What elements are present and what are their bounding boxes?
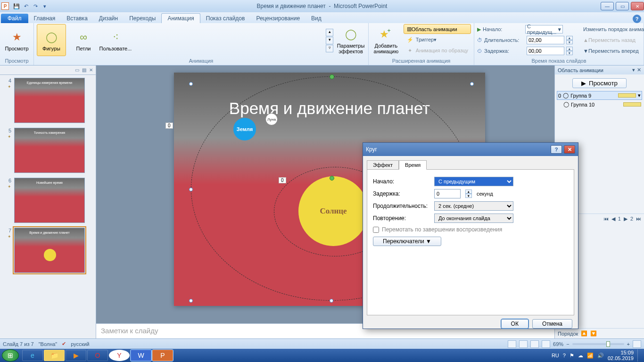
tab-slideshow[interactable]: Показ слайдов (200, 14, 251, 23)
redo-icon[interactable]: ↷ (31, 2, 40, 10)
anim-tag[interactable]: 0 (279, 177, 286, 183)
path-arrow-icon[interactable] (330, 176, 334, 181)
dlg-duration-select[interactable]: 2 сек. (средне) (434, 201, 513, 211)
tab-animation[interactable]: Анимация (161, 13, 200, 23)
tray-lang[interactable]: RU (552, 353, 559, 358)
timeline-bar[interactable] (618, 93, 636, 98)
task-opera[interactable]: O (87, 350, 108, 361)
nav-prev-icon[interactable]: ◀ (611, 216, 615, 222)
slide-thumb-4[interactable]: Единицы измерения времени (14, 78, 85, 123)
qat-customize-icon[interactable]: ▾ (41, 2, 49, 10)
gallery-up-icon[interactable]: ▴ (326, 29, 333, 36)
dialog-tab-effect[interactable]: Эффект (367, 160, 399, 170)
tray-help-icon[interactable]: ? (563, 353, 566, 358)
outline-tab-icon[interactable]: ▭ (75, 67, 79, 73)
anim-item-1[interactable]: ◯ Группа 10 (557, 100, 642, 109)
anim-pane-close-icon[interactable]: ✕ (637, 67, 641, 73)
timing-start-combo[interactable]: С предыдущ...▾ (525, 25, 563, 33)
effect-custom[interactable]: ⁖ Пользовате... (101, 24, 130, 56)
reading-view-icon[interactable] (530, 340, 539, 348)
tab-insert[interactable]: Вставка (61, 14, 93, 23)
anim-pane-play-button[interactable]: ▶ Просмотр (572, 78, 627, 88)
dialog-tab-timing[interactable]: Время (399, 160, 427, 170)
effect-shapes[interactable]: ◯ Фигуры (37, 24, 66, 56)
nav-last-icon[interactable]: ⏭ (636, 216, 641, 222)
language-label[interactable]: русский (71, 341, 89, 347)
nav-first-icon[interactable]: ⏮ (603, 216, 609, 222)
spellcheck-icon[interactable]: ✔ (62, 341, 66, 347)
selection-handle[interactable] (189, 188, 193, 191)
dialog-cancel-button[interactable]: Отмена (532, 319, 572, 329)
dialog-help-button[interactable]: ? (551, 145, 562, 154)
add-animation-button[interactable]: ★+ Добавить анимацию (372, 24, 401, 56)
tab-design[interactable]: Дизайн (93, 14, 124, 23)
timing-duration-input[interactable] (527, 36, 564, 44)
earth-shape[interactable]: Земля (233, 118, 256, 140)
tray-volume-icon[interactable]: 🔊 (597, 353, 604, 359)
selection-handle[interactable] (470, 82, 474, 86)
zoom-slider[interactable] (572, 343, 624, 345)
slide-thumb-5[interactable]: Точность измерения (14, 128, 85, 173)
slideshow-view-icon[interactable] (542, 340, 550, 348)
item-menu-icon[interactable]: ▾ (638, 92, 641, 99)
zoom-label[interactable]: 69% (553, 341, 563, 347)
minimize-button[interactable]: — (601, 2, 614, 10)
zoom-in-icon[interactable]: + (627, 341, 630, 347)
normal-view-icon[interactable] (508, 340, 516, 348)
sorter-view-icon[interactable] (519, 340, 528, 348)
dlg-delay-up[interactable]: ▴ (465, 189, 472, 194)
delay-down[interactable]: ▾ (566, 51, 573, 55)
nav-next-icon[interactable]: ▶ (624, 216, 627, 222)
tab-review[interactable]: Рецензирование (250, 14, 305, 23)
file-tab[interactable]: Файл (1, 14, 28, 23)
rotate-handle[interactable] (330, 74, 334, 79)
duration-up[interactable]: ▴ (566, 36, 573, 40)
move-later-button[interactable]: ▼ Переместить вперед (580, 46, 644, 56)
dlg-delay-down[interactable]: ▾ (465, 194, 472, 198)
slide-thumb-7[interactable]: Время и движение планет (14, 228, 85, 273)
slides-tab-icon[interactable]: ▤ (82, 67, 86, 73)
restore-button[interactable]: ▭ (616, 2, 629, 10)
move-up-icon[interactable]: 🔼 (581, 330, 587, 337)
dlg-triggers-button[interactable]: Переключатели ▼ (373, 237, 441, 246)
tray-flag-icon[interactable]: ⚑ (570, 353, 574, 359)
task-yandex[interactable]: Y (109, 350, 130, 361)
show-desktop[interactable] (637, 349, 642, 362)
dlg-start-select[interactable]: С предыдущим (434, 177, 513, 186)
selection-handle[interactable] (189, 299, 193, 303)
gallery-down-icon[interactable]: ▾ (326, 37, 333, 44)
tab-home[interactable]: Главная (28, 14, 61, 23)
close-button[interactable]: ✕ (631, 2, 644, 10)
dialog-close-button[interactable]: ✕ (564, 145, 575, 154)
save-icon[interactable]: 💾 (12, 2, 21, 10)
dlg-repeat-select[interactable]: До окончания слайда (434, 214, 513, 223)
tray-network-icon[interactable]: 📶 (587, 353, 594, 359)
duration-down[interactable]: ▾ (566, 40, 573, 44)
start-button[interactable]: ⊞ (2, 349, 19, 362)
task-wmp[interactable]: ▶ (66, 350, 86, 361)
tray-cloud-icon[interactable]: ☁ (578, 353, 583, 359)
animation-pane-button[interactable]: ▥ Область анимации (404, 24, 471, 34)
anim-tag[interactable]: 0 (165, 123, 173, 129)
trigger-button[interactable]: ⚡ Триггер ▾ (404, 34, 471, 45)
anim-pane-menu-icon[interactable]: ▾ (632, 67, 635, 73)
tab-transitions[interactable]: Переходы (124, 14, 161, 23)
dialog-titlebar[interactable]: Круг ? ✕ (363, 143, 578, 156)
dlg-rewind-checkbox[interactable] (373, 227, 379, 233)
timeline-bar[interactable] (623, 102, 641, 107)
move-down-icon[interactable]: 🔽 (590, 330, 597, 337)
anim-item-0[interactable]: 0 ◯ Группа 9 ▾ (557, 91, 642, 100)
zoom-out-icon[interactable]: − (566, 341, 569, 347)
help-icon[interactable]: ? (633, 15, 641, 23)
undo-icon[interactable]: ↶ (22, 2, 30, 10)
timing-delay-input[interactable] (527, 47, 564, 55)
animation-painter-button[interactable]: ✦ Анимация по образцу (404, 45, 471, 56)
move-earlier-button[interactable]: ▲ Переместить назад (580, 35, 644, 45)
tray-clock[interactable]: 15:0902.05.2019 (608, 350, 634, 361)
preview-button[interactable]: ★ Просмотр (3, 24, 31, 56)
task-explorer[interactable]: 📁 (44, 350, 65, 361)
dlg-delay-input[interactable] (434, 189, 461, 198)
task-powerpoint[interactable]: P (152, 350, 173, 361)
close-thumbs-icon[interactable]: ✕ (89, 67, 93, 73)
sun-shape[interactable]: Солнце (298, 176, 368, 246)
